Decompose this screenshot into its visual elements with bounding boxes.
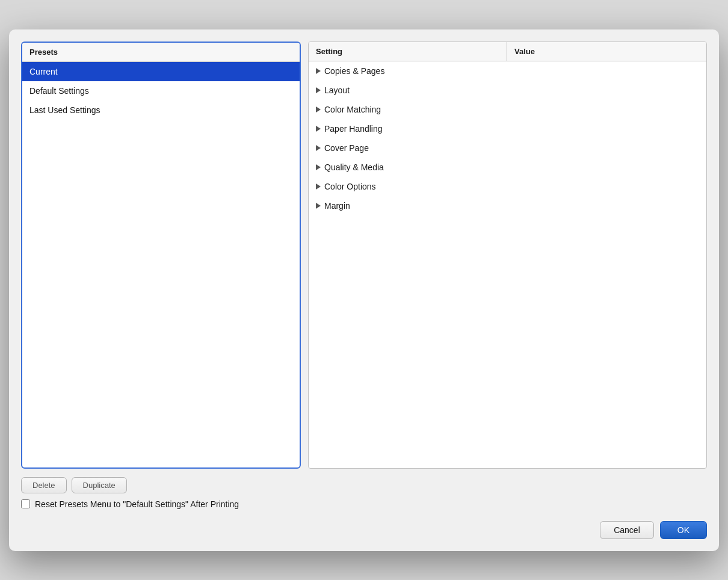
- preset-buttons: Delete Duplicate: [21, 477, 707, 493]
- triangle-icon-color-matching: [316, 106, 321, 113]
- setting-row-copies-pages[interactable]: Copies & Pages: [309, 61, 706, 81]
- presets-header: Presets: [22, 43, 300, 62]
- setting-label-color-options: Color Options: [324, 182, 376, 191]
- triangle-icon-layout: [316, 87, 321, 93]
- setting-row-color-options[interactable]: Color Options: [309, 177, 706, 196]
- settings-body: Copies & Pages Layout Color Matching Pap…: [309, 61, 706, 468]
- preset-item-current[interactable]: Current: [22, 62, 300, 81]
- settings-panel: Setting Value Copies & Pages Layout Colo…: [308, 42, 707, 469]
- triangle-icon-quality-media: [316, 164, 321, 170]
- setting-label-quality-media: Quality & Media: [324, 162, 384, 172]
- bottom-controls: Delete Duplicate Reset Presets Menu to "…: [21, 477, 707, 509]
- col-setting-header: Setting: [309, 42, 507, 61]
- presets-dialog: Presets Current Default Settings Last Us…: [9, 29, 719, 551]
- triangle-icon-cover-page: [316, 145, 321, 151]
- duplicate-button[interactable]: Duplicate: [72, 477, 127, 493]
- reset-presets-checkbox-row[interactable]: Reset Presets Menu to "Default Settings"…: [21, 499, 707, 509]
- main-content: Presets Current Default Settings Last Us…: [21, 42, 707, 469]
- setting-label-copies-pages: Copies & Pages: [324, 66, 384, 76]
- setting-label-cover-page: Cover Page: [324, 143, 369, 153]
- reset-presets-checkbox[interactable]: [21, 499, 30, 508]
- setting-row-cover-page[interactable]: Cover Page: [309, 138, 706, 158]
- delete-button[interactable]: Delete: [21, 477, 67, 493]
- setting-row-quality-media[interactable]: Quality & Media: [309, 158, 706, 177]
- presets-list: Current Default Settings Last Used Setti…: [22, 62, 300, 467]
- col-value-header: Value: [507, 42, 706, 61]
- cancel-button[interactable]: Cancel: [600, 521, 654, 539]
- setting-row-color-matching[interactable]: Color Matching: [309, 100, 706, 119]
- setting-label-layout: Layout: [324, 85, 350, 95]
- preset-item-last-used[interactable]: Last Used Settings: [22, 100, 300, 120]
- reset-presets-label: Reset Presets Menu to "Default Settings"…: [35, 499, 239, 509]
- triangle-icon-color-options: [316, 184, 321, 190]
- ok-button[interactable]: OK: [660, 521, 707, 539]
- setting-row-margin[interactable]: Margin: [309, 196, 706, 215]
- setting-row-paper-handling[interactable]: Paper Handling: [309, 119, 706, 138]
- dialog-buttons: Cancel OK: [21, 517, 707, 539]
- setting-label-paper-handling: Paper Handling: [324, 124, 383, 134]
- setting-row-layout[interactable]: Layout: [309, 81, 706, 100]
- triangle-icon-copies-pages: [316, 68, 321, 74]
- settings-header: Setting Value: [309, 42, 706, 61]
- presets-panel: Presets Current Default Settings Last Us…: [21, 42, 301, 469]
- preset-item-default[interactable]: Default Settings: [22, 81, 300, 100]
- triangle-icon-margin: [316, 203, 321, 209]
- triangle-icon-paper-handling: [316, 126, 321, 132]
- setting-label-margin: Margin: [324, 201, 350, 211]
- setting-label-color-matching: Color Matching: [324, 105, 381, 114]
